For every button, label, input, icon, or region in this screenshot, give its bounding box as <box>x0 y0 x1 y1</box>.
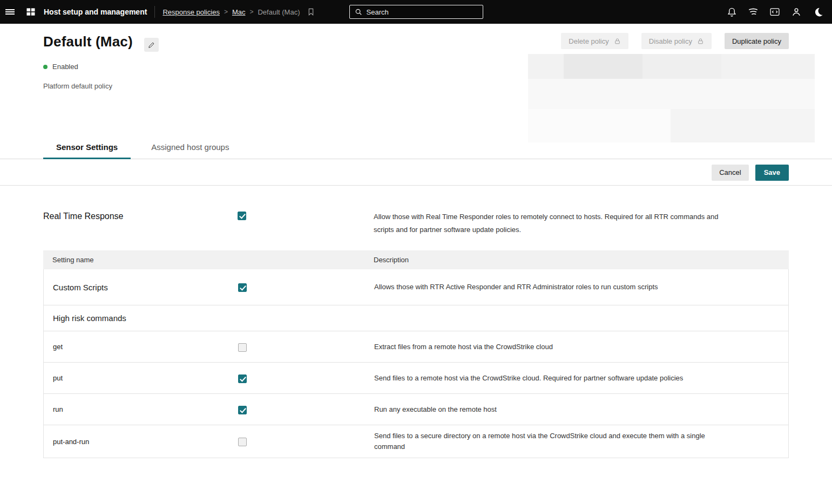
sensor-settings-content: Real Time Response Allow those with Real… <box>0 186 832 504</box>
topbar: Host setup and management Response polic… <box>0 0 832 24</box>
redacted-policy-metadata <box>528 54 815 142</box>
table-row: get Extract files from a remote host via… <box>44 331 788 363</box>
setting-description: Send files to a remote host via the Crow… <box>374 367 736 389</box>
save-action-bar: Cancel Save <box>0 160 832 186</box>
edit-policy-name-button[interactable] <box>144 38 159 52</box>
settings-table: Setting name Description Custom Scripts … <box>43 250 789 458</box>
table-header: Setting name Description <box>43 250 789 269</box>
disable-policy-label: Disable policy <box>649 37 692 45</box>
search-input[interactable] <box>367 8 478 16</box>
notifications-bell-icon[interactable] <box>723 0 740 24</box>
hamburger-menu-icon[interactable] <box>0 0 20 24</box>
cancel-button[interactable]: Cancel <box>712 165 748 181</box>
put-and-run-checkbox[interactable] <box>238 438 247 446</box>
dark-mode-moon-icon[interactable] <box>809 0 827 24</box>
get-checkbox[interactable] <box>238 343 247 352</box>
table-section-row: High risk commands <box>44 305 788 331</box>
rtr-description: Allow those with Real Time Responder rol… <box>374 210 735 236</box>
rtr-setting-row: Real Time Response Allow those with Real… <box>43 210 789 236</box>
setting-description: Allows those with RTR Active Responder a… <box>374 276 736 298</box>
setting-description: Run any executable on the remote host <box>374 399 736 420</box>
column-header-setting-name: Setting name <box>43 256 238 264</box>
setting-name: get <box>44 343 238 351</box>
breadcrumb-mac[interactable]: Mac <box>232 8 246 16</box>
app-title: Host setup and management <box>44 8 147 16</box>
user-profile-icon[interactable] <box>788 0 805 24</box>
breadcrumb-separator: > <box>224 8 228 16</box>
setting-description: Extract files from a remote host via the… <box>374 336 736 358</box>
status-dot-enabled <box>43 65 48 69</box>
tab-assigned-host-groups[interactable]: Assigned host groups <box>138 137 242 159</box>
setting-name: Custom Scripts <box>44 283 238 292</box>
pencil-icon <box>147 41 155 49</box>
breadcrumb-separator: > <box>249 8 253 16</box>
global-search <box>349 5 483 19</box>
policy-actions: Delete policy Disable policy Duplicate p… <box>561 33 789 49</box>
setting-name: put <box>44 374 238 382</box>
rtr-checkbox[interactable] <box>238 212 246 220</box>
section-title: High risk commands <box>44 314 126 323</box>
setting-description: Send files to a secure directory on a re… <box>374 425 736 458</box>
column-header-description: Description <box>374 256 789 264</box>
bookmark-icon[interactable] <box>307 8 315 16</box>
topbar-divider <box>154 6 155 18</box>
topbar-right-icons <box>723 0 827 24</box>
search-icon <box>355 8 362 16</box>
policy-subtitle: Platform default policy <box>43 82 112 90</box>
status-label: Enabled <box>52 63 78 71</box>
breadcrumb-current: Default (Mac) <box>258 8 300 16</box>
duplicate-policy-label: Duplicate policy <box>732 37 781 45</box>
grid-icon <box>25 6 36 17</box>
page: Host setup and management Response polic… <box>0 0 832 504</box>
table-row: put Send files to a remote host via the … <box>44 363 788 394</box>
tab-bar: Sensor Settings Assigned host groups <box>0 137 832 159</box>
rtr-label: Real Time Response <box>43 210 238 222</box>
run-checkbox[interactable] <box>238 406 247 414</box>
setting-name: run <box>44 405 238 413</box>
duplicate-policy-button[interactable]: Duplicate policy <box>725 33 789 49</box>
api-code-icon[interactable] <box>766 0 783 24</box>
save-button[interactable]: Save <box>755 165 789 181</box>
lock-icon <box>697 38 704 45</box>
setting-name: put-and-run <box>44 438 238 446</box>
table-row: Custom Scripts Allows those with RTR Act… <box>44 269 788 305</box>
breadcrumb: Response policies > Mac > Default (Mac) <box>163 8 315 16</box>
put-checkbox[interactable] <box>238 374 247 383</box>
delete-policy-label: Delete policy <box>569 37 608 45</box>
disable-policy-button[interactable]: Disable policy <box>641 33 712 49</box>
policy-status: Enabled <box>43 63 78 71</box>
tab-sensor-settings[interactable]: Sensor Settings <box>43 137 131 159</box>
lock-icon <box>614 38 621 45</box>
table-row: put-and-run Send files to a secure direc… <box>44 425 788 458</box>
custom-scripts-checkbox[interactable] <box>238 283 247 292</box>
delete-policy-button[interactable]: Delete policy <box>561 33 628 49</box>
falcon-support-icon[interactable] <box>745 0 762 24</box>
page-title: Default (Mac) <box>43 33 133 50</box>
app-switcher-icon[interactable] <box>20 0 42 24</box>
breadcrumb-response-policies[interactable]: Response policies <box>163 8 220 16</box>
table-row: run Run any executable on the remote hos… <box>44 394 788 425</box>
